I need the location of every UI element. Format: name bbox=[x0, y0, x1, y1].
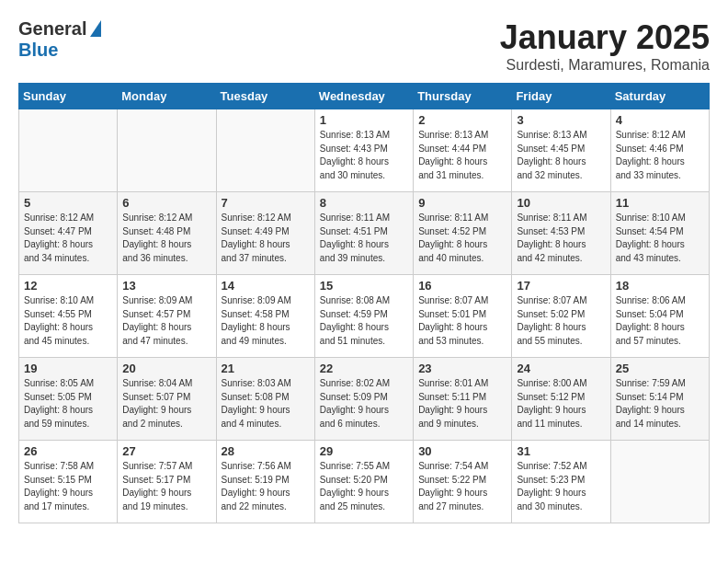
week-row-1: 1Sunrise: 8:13 AM Sunset: 4:43 PM Daylig… bbox=[19, 109, 710, 192]
title-block: January 2025 Surdesti, Maramures, Romani… bbox=[500, 18, 710, 74]
day-info: Sunrise: 8:11 AM Sunset: 4:51 PM Dayligh… bbox=[320, 212, 408, 265]
day-cell bbox=[118, 109, 216, 192]
day-number: 25 bbox=[616, 362, 704, 375]
day-cell: 13Sunrise: 8:09 AM Sunset: 4:57 PM Dayli… bbox=[118, 275, 216, 358]
week-row-5: 26Sunrise: 7:58 AM Sunset: 5:15 PM Dayli… bbox=[19, 441, 710, 523]
day-cell: 11Sunrise: 8:10 AM Sunset: 4:54 PM Dayli… bbox=[610, 192, 709, 275]
day-number: 20 bbox=[122, 362, 210, 375]
day-cell bbox=[19, 109, 118, 192]
day-number: 30 bbox=[418, 444, 506, 458]
day-info: Sunrise: 7:52 AM Sunset: 5:23 PM Dayligh… bbox=[517, 460, 605, 513]
day-info: Sunrise: 8:08 AM Sunset: 4:59 PM Dayligh… bbox=[320, 294, 408, 348]
day-cell: 21Sunrise: 8:03 AM Sunset: 5:08 PM Dayli… bbox=[216, 358, 314, 441]
page-header: General Blue January 2025 Surdesti, Mara… bbox=[18, 18, 710, 74]
day-cell: 23Sunrise: 8:01 AM Sunset: 5:11 PM Dayli… bbox=[414, 358, 512, 441]
day-info: Sunrise: 8:11 AM Sunset: 4:53 PM Dayligh… bbox=[517, 212, 605, 265]
day-info: Sunrise: 8:13 AM Sunset: 4:45 PM Dayligh… bbox=[517, 129, 605, 182]
day-cell: 15Sunrise: 8:08 AM Sunset: 4:59 PM Dayli… bbox=[314, 275, 413, 358]
day-number: 1 bbox=[320, 113, 408, 127]
day-info: Sunrise: 8:04 AM Sunset: 5:07 PM Dayligh… bbox=[122, 377, 210, 431]
logo-blue-text: Blue bbox=[18, 40, 58, 61]
day-info: Sunrise: 8:05 AM Sunset: 5:05 PM Dayligh… bbox=[24, 377, 112, 431]
day-info: Sunrise: 7:58 AM Sunset: 5:15 PM Dayligh… bbox=[24, 460, 112, 513]
day-info: Sunrise: 7:55 AM Sunset: 5:20 PM Dayligh… bbox=[320, 460, 408, 513]
day-info: Sunrise: 7:59 AM Sunset: 5:14 PM Dayligh… bbox=[616, 377, 704, 431]
day-number: 26 bbox=[24, 444, 112, 458]
header-thursday: Thursday bbox=[414, 84, 512, 109]
day-number: 3 bbox=[517, 113, 605, 127]
day-info: Sunrise: 8:09 AM Sunset: 4:58 PM Dayligh… bbox=[222, 294, 310, 348]
day-cell: 14Sunrise: 8:09 AM Sunset: 4:58 PM Dayli… bbox=[216, 275, 314, 358]
day-number: 13 bbox=[122, 279, 210, 293]
day-info: Sunrise: 7:56 AM Sunset: 5:19 PM Dayligh… bbox=[222, 460, 310, 513]
day-number: 6 bbox=[122, 196, 210, 210]
day-info: Sunrise: 8:06 AM Sunset: 5:04 PM Dayligh… bbox=[616, 294, 704, 348]
week-row-4: 19Sunrise: 8:05 AM Sunset: 5:05 PM Dayli… bbox=[19, 358, 710, 441]
header-saturday: Saturday bbox=[610, 84, 709, 109]
day-cell: 4Sunrise: 8:12 AM Sunset: 4:46 PM Daylig… bbox=[610, 109, 709, 192]
month-title: January 2025 bbox=[500, 18, 710, 57]
header-monday: Monday bbox=[118, 84, 216, 109]
day-cell: 9Sunrise: 8:11 AM Sunset: 4:52 PM Daylig… bbox=[414, 192, 512, 275]
day-number: 14 bbox=[222, 279, 310, 293]
day-cell: 22Sunrise: 8:02 AM Sunset: 5:09 PM Dayli… bbox=[314, 358, 413, 441]
day-number: 19 bbox=[24, 362, 112, 375]
day-info: Sunrise: 8:10 AM Sunset: 4:54 PM Dayligh… bbox=[616, 212, 704, 265]
header-friday: Friday bbox=[512, 84, 610, 109]
calendar-header-row: SundayMondayTuesdayWednesdayThursdayFrid… bbox=[19, 84, 710, 109]
day-cell: 10Sunrise: 8:11 AM Sunset: 4:53 PM Dayli… bbox=[512, 192, 610, 275]
day-cell: 18Sunrise: 8:06 AM Sunset: 5:04 PM Dayli… bbox=[610, 275, 709, 358]
day-info: Sunrise: 8:00 AM Sunset: 5:12 PM Dayligh… bbox=[517, 377, 605, 431]
day-cell: 7Sunrise: 8:12 AM Sunset: 4:49 PM Daylig… bbox=[216, 192, 314, 275]
day-cell: 28Sunrise: 7:56 AM Sunset: 5:19 PM Dayli… bbox=[216, 441, 314, 523]
day-info: Sunrise: 8:10 AM Sunset: 4:55 PM Dayligh… bbox=[24, 294, 112, 348]
day-cell: 3Sunrise: 8:13 AM Sunset: 4:45 PM Daylig… bbox=[512, 109, 610, 192]
day-number: 23 bbox=[418, 362, 506, 375]
logo-icon bbox=[90, 20, 101, 37]
day-number: 18 bbox=[616, 279, 704, 293]
day-info: Sunrise: 8:12 AM Sunset: 4:46 PM Dayligh… bbox=[616, 129, 704, 182]
day-number: 12 bbox=[24, 279, 112, 293]
day-cell: 30Sunrise: 7:54 AM Sunset: 5:22 PM Dayli… bbox=[414, 441, 512, 523]
day-number: 27 bbox=[122, 444, 210, 458]
day-cell: 26Sunrise: 7:58 AM Sunset: 5:15 PM Dayli… bbox=[19, 441, 118, 523]
calendar-table: SundayMondayTuesdayWednesdayThursdayFrid… bbox=[18, 83, 710, 523]
day-info: Sunrise: 8:11 AM Sunset: 4:52 PM Dayligh… bbox=[418, 212, 506, 265]
day-number: 17 bbox=[517, 279, 605, 293]
day-cell: 25Sunrise: 7:59 AM Sunset: 5:14 PM Dayli… bbox=[610, 358, 709, 441]
day-cell: 20Sunrise: 8:04 AM Sunset: 5:07 PM Dayli… bbox=[118, 358, 216, 441]
day-info: Sunrise: 8:01 AM Sunset: 5:11 PM Dayligh… bbox=[418, 377, 506, 431]
day-info: Sunrise: 8:07 AM Sunset: 5:01 PM Dayligh… bbox=[418, 294, 506, 348]
day-info: Sunrise: 8:12 AM Sunset: 4:49 PM Dayligh… bbox=[222, 212, 310, 265]
day-info: Sunrise: 8:09 AM Sunset: 4:57 PM Dayligh… bbox=[122, 294, 210, 348]
day-cell: 27Sunrise: 7:57 AM Sunset: 5:17 PM Dayli… bbox=[118, 441, 216, 523]
day-cell bbox=[610, 441, 709, 523]
day-number: 11 bbox=[616, 196, 704, 210]
week-row-3: 12Sunrise: 8:10 AM Sunset: 4:55 PM Dayli… bbox=[19, 275, 710, 358]
day-number: 8 bbox=[320, 196, 408, 210]
logo-general-text: General bbox=[18, 18, 86, 40]
day-cell: 6Sunrise: 8:12 AM Sunset: 4:48 PM Daylig… bbox=[118, 192, 216, 275]
day-number: 28 bbox=[222, 444, 310, 458]
day-number: 31 bbox=[517, 444, 605, 458]
day-cell: 29Sunrise: 7:55 AM Sunset: 5:20 PM Dayli… bbox=[314, 441, 413, 523]
day-cell: 19Sunrise: 8:05 AM Sunset: 5:05 PM Dayli… bbox=[19, 358, 118, 441]
day-cell: 1Sunrise: 8:13 AM Sunset: 4:43 PM Daylig… bbox=[314, 109, 413, 192]
day-info: Sunrise: 8:03 AM Sunset: 5:08 PM Dayligh… bbox=[222, 377, 310, 431]
day-number: 15 bbox=[320, 279, 408, 293]
day-number: 16 bbox=[418, 279, 506, 293]
day-number: 24 bbox=[517, 362, 605, 375]
day-info: Sunrise: 8:13 AM Sunset: 4:44 PM Dayligh… bbox=[418, 129, 506, 182]
day-number: 22 bbox=[320, 362, 408, 375]
location-text: Surdesti, Maramures, Romania bbox=[500, 57, 710, 74]
header-wednesday: Wednesday bbox=[314, 84, 413, 109]
day-number: 10 bbox=[517, 196, 605, 210]
header-tuesday: Tuesday bbox=[216, 84, 314, 109]
day-cell: 5Sunrise: 8:12 AM Sunset: 4:47 PM Daylig… bbox=[19, 192, 118, 275]
week-row-2: 5Sunrise: 8:12 AM Sunset: 4:47 PM Daylig… bbox=[19, 192, 710, 275]
day-cell: 16Sunrise: 8:07 AM Sunset: 5:01 PM Dayli… bbox=[414, 275, 512, 358]
day-number: 4 bbox=[616, 113, 704, 127]
day-number: 7 bbox=[222, 196, 310, 210]
day-info: Sunrise: 8:07 AM Sunset: 5:02 PM Dayligh… bbox=[517, 294, 605, 348]
day-info: Sunrise: 8:12 AM Sunset: 4:48 PM Dayligh… bbox=[122, 212, 210, 265]
